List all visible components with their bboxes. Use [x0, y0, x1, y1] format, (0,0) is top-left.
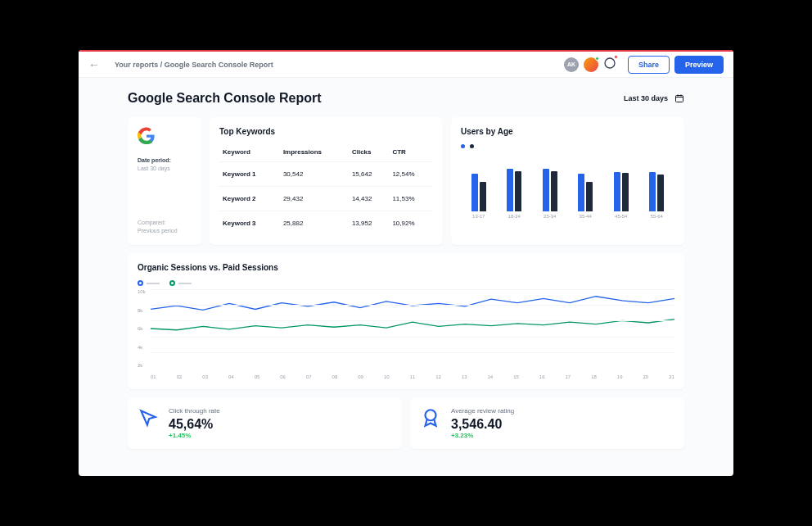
bar-chart: 13-1718-2425-3435-4445-5455-64: [461, 153, 674, 219]
breadcrumb[interactable]: Your reports / Google Search Console Rep…: [115, 61, 273, 69]
compared-label: Compared:: [138, 220, 166, 225]
table-row[interactable]: Keyword 229,43214,43211,53%: [219, 187, 433, 211]
kpi-card-ctr: Click through rate 45,64% +1.45%: [128, 397, 402, 449]
bar: [614, 172, 620, 211]
legend-dot: [461, 144, 465, 148]
legend: [461, 144, 674, 148]
chat-icon[interactable]: [603, 57, 616, 73]
bar: [578, 174, 584, 212]
bar-label: 35-44: [580, 214, 592, 219]
bar: [543, 169, 549, 212]
bar: [649, 172, 656, 211]
back-arrow-icon[interactable]: ←: [88, 58, 100, 71]
bar-label: 18-24: [508, 214, 521, 219]
legend-dot: [470, 144, 474, 148]
cursor-icon: [138, 407, 159, 429]
line-chart: 10k8k6k4k2k 0102030405060708091011121314…: [138, 289, 674, 379]
svg-point-2: [426, 410, 436, 420]
avatar[interactable]: [584, 57, 598, 72]
bar-group: 55-64: [639, 162, 675, 219]
table-row[interactable]: Keyword 130,54215,64212,54%: [219, 162, 433, 187]
calendar-icon: [674, 93, 684, 103]
content: Google Search Console Report Last 30 day…: [79, 78, 733, 470]
bar-group: 25-34: [532, 162, 568, 219]
bar: [551, 171, 557, 212]
kpi-label: Average review rating: [451, 407, 514, 415]
bar-group: 13-17: [461, 162, 497, 219]
avatar[interactable]: AK: [564, 57, 579, 72]
kpi-label: Click through rate: [169, 407, 220, 415]
topbar: ← Your reports / Google Search Console R…: [79, 52, 733, 78]
svg-point-0: [605, 58, 615, 68]
kpi-change: +3.23%: [451, 432, 514, 439]
compared-value: Previous period: [138, 228, 178, 234]
bar-group: 45-54: [603, 162, 639, 219]
column-header: Clicks: [349, 144, 389, 162]
keywords-card: Top Keywords KeywordImpressionsClicksCTR…: [210, 117, 443, 245]
bar-group: 35-44: [568, 162, 604, 219]
bar: [586, 182, 593, 211]
share-button[interactable]: Share: [628, 56, 670, 74]
column-header: Impressions: [280, 144, 349, 162]
bar: [515, 171, 521, 211]
bar: [622, 173, 629, 211]
card-title: Users by Age: [461, 127, 674, 136]
table-row[interactable]: Keyword 325,88213,95210,92%: [219, 211, 433, 236]
bar-label: 55-64: [651, 214, 663, 219]
column-header: CTR: [389, 144, 433, 162]
svg-rect-1: [676, 96, 683, 102]
bar: [507, 169, 513, 212]
card-title: Organic Sessions vs. Paid Sessions: [138, 263, 674, 272]
bar-group: 18-24: [497, 162, 533, 219]
page-title: Google Search Console Report: [128, 91, 321, 106]
users-by-age-card: Users by Age 13-1718-2425-3435-4445-5455…: [451, 117, 684, 245]
bar: [480, 182, 486, 211]
bar: [471, 174, 478, 211]
kpi-card-rating: Average review rating 3,546.40 +3.23%: [410, 397, 684, 449]
source-card: Date period: Last 30 days Compared: Prev…: [128, 117, 201, 245]
period-value: Last 30 days: [138, 166, 170, 171]
kpi-value: 3,546.40: [451, 417, 514, 432]
award-icon: [420, 407, 441, 429]
sessions-card: Organic Sessions vs. Paid Sessions 10k8k…: [128, 253, 684, 389]
legend: [138, 280, 674, 286]
date-range-label: Last 30 days: [624, 94, 668, 102]
preview-button[interactable]: Preview: [674, 56, 724, 74]
google-icon: [138, 127, 156, 145]
bar-label: 13-17: [472, 214, 485, 219]
line-series: [151, 297, 674, 311]
kpi-value: 45,64%: [169, 417, 220, 432]
column-header: Keyword: [219, 144, 280, 162]
keywords-table: KeywordImpressionsClicksCTR Keyword 130,…: [219, 144, 433, 235]
bar-label: 45-54: [615, 214, 627, 219]
period-label: Date period:: [138, 156, 192, 165]
bar-label: 25-34: [544, 214, 556, 219]
card-title: Top Keywords: [219, 127, 433, 136]
date-range-picker[interactable]: Last 30 days: [624, 93, 684, 103]
bar: [657, 175, 664, 211]
kpi-change: +1.45%: [169, 432, 220, 439]
app-window: ← Your reports / Google Search Console R…: [79, 50, 733, 476]
presence-avatars: AK: [564, 57, 616, 73]
